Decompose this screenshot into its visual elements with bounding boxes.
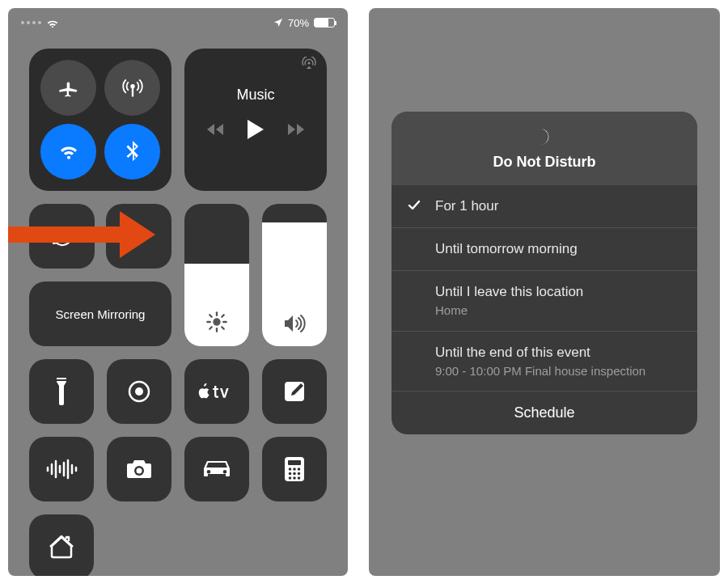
svg-point-33 [293, 472, 296, 476]
check-icon [408, 200, 421, 211]
signal-dots-icon [21, 21, 41, 24]
home-icon [49, 535, 74, 559]
airplane-mode-toggle[interactable] [40, 60, 96, 116]
home-button[interactable] [29, 514, 94, 576]
car-icon [202, 459, 231, 479]
flashlight-button[interactable] [29, 359, 94, 424]
svg-point-26 [137, 468, 142, 474]
svg-point-30 [293, 468, 296, 471]
svg-point-35 [289, 476, 292, 480]
lock-dnd-row [29, 204, 171, 269]
music-controls [207, 120, 304, 139]
dnd-option-label: For 1 hour [435, 198, 498, 214]
svg-point-0 [130, 83, 134, 87]
play-icon[interactable] [248, 120, 264, 139]
location-arrow-icon [273, 18, 283, 28]
back-icon[interactable] [207, 122, 226, 137]
screen-mirroring-button[interactable]: Screen Mirroring [29, 281, 171, 346]
camera-icon [125, 459, 153, 480]
dnd-options-list: For 1 hour Until tomorrow morning Until … [392, 185, 697, 391]
svg-point-29 [289, 468, 292, 471]
orientation-lock-icon [49, 222, 76, 250]
cellular-data-toggle[interactable] [104, 60, 160, 116]
timer-button[interactable] [107, 359, 171, 424]
dnd-title: Do Not Disturb [392, 154, 697, 171]
battery-icon [314, 18, 335, 28]
svg-rect-13 [57, 379, 66, 381]
svg-point-36 [293, 476, 296, 480]
status-left [21, 18, 59, 28]
volume-slider[interactable] [262, 204, 327, 346]
speaker-icon [282, 314, 307, 333]
brightness-slider[interactable] [184, 204, 249, 346]
airplay-icon [301, 57, 317, 70]
svg-point-31 [298, 468, 301, 471]
calculator-icon [284, 456, 305, 482]
control-center-screen: 70% [8, 8, 348, 576]
dnd-schedule-button[interactable]: Schedule [392, 391, 697, 434]
status-bar: 70% [8, 8, 348, 32]
voice-memos-button[interactable] [29, 437, 94, 501]
bluetooth-icon [123, 141, 142, 163]
control-center-grid: Music Screen Mirroring [8, 32, 348, 576]
do-not-disturb-toggle[interactable] [106, 204, 171, 269]
svg-point-15 [135, 387, 143, 396]
moon-icon [534, 126, 555, 147]
forward-icon[interactable] [285, 122, 304, 137]
dnd-header: Do Not Disturb [392, 112, 697, 185]
svg-point-4 [213, 318, 220, 325]
screen-mirroring-label: Screen Mirroring [56, 307, 146, 321]
svg-rect-3 [58, 235, 66, 241]
svg-rect-28 [288, 460, 301, 465]
dnd-footer-label: Schedule [514, 404, 574, 421]
dnd-options-card: Do Not Disturb For 1 hour Until tomorrow… [392, 112, 697, 434]
music-panel[interactable]: Music [184, 49, 327, 191]
dnd-option-sub: Home [435, 303, 681, 319]
moon-icon [128, 225, 150, 248]
brightness-fill [184, 264, 249, 346]
notes-button[interactable] [262, 359, 327, 424]
svg-point-34 [298, 472, 301, 476]
compose-icon [282, 379, 307, 404]
dnd-option-label: Until tomorrow morning [435, 241, 578, 256]
wifi-toggle[interactable] [40, 124, 96, 180]
dnd-option-1hour[interactable]: For 1 hour [392, 185, 697, 227]
apple-tv-icon [197, 383, 236, 400]
dnd-options-screen: Do Not Disturb For 1 hour Until tomorrow… [369, 8, 720, 576]
record-circle-icon [127, 379, 151, 404]
svg-line-12 [222, 315, 223, 316]
dnd-option-end-event[interactable]: Until the end of this event 9:00 - 10:00… [392, 331, 697, 391]
airplane-icon [57, 77, 80, 99]
dnd-option-tomorrow[interactable]: Until tomorrow morning [392, 227, 697, 270]
wifi-icon [57, 141, 80, 163]
cellular-antenna-icon [121, 77, 144, 99]
svg-point-2 [307, 61, 310, 64]
dnd-option-label: Until I leave this location [435, 284, 583, 299]
status-right: 70% [273, 17, 335, 29]
dnd-option-sub: 9:00 - 10:00 PM Final house inspection [435, 363, 681, 379]
sun-icon [205, 311, 228, 333]
camera-button[interactable] [107, 437, 171, 501]
bluetooth-toggle[interactable] [104, 124, 160, 180]
svg-point-32 [289, 472, 292, 476]
dnd-option-label: Until the end of this event [435, 345, 590, 360]
calculator-button[interactable] [262, 437, 327, 501]
svg-line-11 [210, 327, 211, 328]
driving-button[interactable] [184, 437, 249, 501]
svg-line-9 [210, 315, 211, 316]
svg-point-37 [298, 476, 301, 480]
orientation-lock-toggle[interactable] [29, 204, 95, 269]
battery-percent: 70% [288, 17, 309, 29]
waveform-icon [45, 459, 78, 480]
wifi-icon [46, 18, 59, 28]
apple-tv-button[interactable] [184, 359, 249, 424]
connectivity-panel[interactable] [29, 49, 171, 191]
svg-line-10 [222, 327, 223, 328]
dnd-option-leave-location[interactable]: Until I leave this location Home [392, 270, 697, 331]
flashlight-icon [54, 378, 69, 405]
music-title: Music [236, 87, 274, 104]
